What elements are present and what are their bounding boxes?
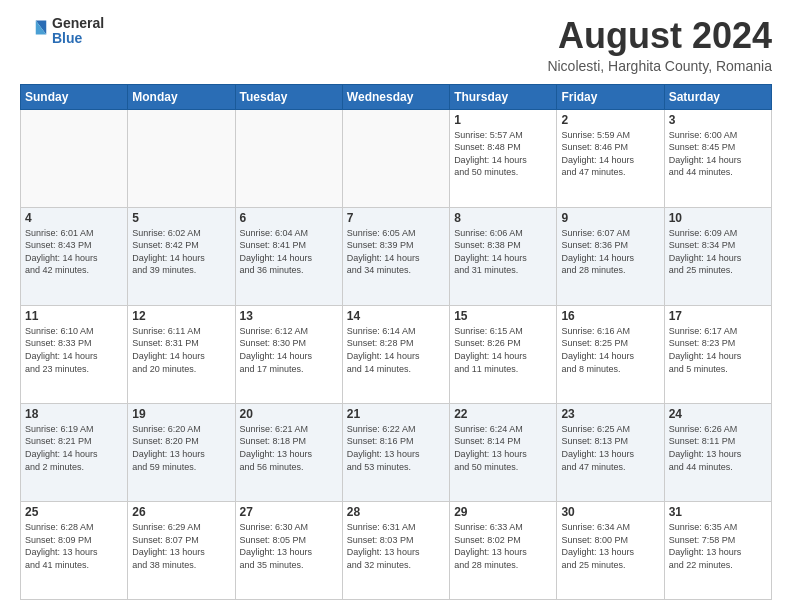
calendar-day-cell: 20Sunrise: 6:21 AM Sunset: 8:18 PM Dayli… — [235, 403, 342, 501]
day-info: Sunrise: 5:59 AM Sunset: 8:46 PM Dayligh… — [561, 129, 659, 179]
calendar-day-cell: 16Sunrise: 6:16 AM Sunset: 8:25 PM Dayli… — [557, 305, 664, 403]
logo: General Blue — [20, 16, 104, 47]
header: General Blue August 2024 Nicolesti, Harg… — [20, 16, 772, 74]
calendar-day-cell: 29Sunrise: 6:33 AM Sunset: 8:02 PM Dayli… — [450, 501, 557, 599]
day-number: 14 — [347, 309, 445, 323]
calendar-day-cell: 11Sunrise: 6:10 AM Sunset: 8:33 PM Dayli… — [21, 305, 128, 403]
calendar-day-cell: 8Sunrise: 6:06 AM Sunset: 8:38 PM Daylig… — [450, 207, 557, 305]
logo-general-text: General — [52, 16, 104, 31]
calendar-day-cell: 9Sunrise: 6:07 AM Sunset: 8:36 PM Daylig… — [557, 207, 664, 305]
calendar-day-cell: 6Sunrise: 6:04 AM Sunset: 8:41 PM Daylig… — [235, 207, 342, 305]
calendar-day-cell: 26Sunrise: 6:29 AM Sunset: 8:07 PM Dayli… — [128, 501, 235, 599]
calendar-day-cell: 5Sunrise: 6:02 AM Sunset: 8:42 PM Daylig… — [128, 207, 235, 305]
calendar-day-cell: 18Sunrise: 6:19 AM Sunset: 8:21 PM Dayli… — [21, 403, 128, 501]
day-info: Sunrise: 6:16 AM Sunset: 8:25 PM Dayligh… — [561, 325, 659, 375]
day-info: Sunrise: 6:31 AM Sunset: 8:03 PM Dayligh… — [347, 521, 445, 571]
calendar-week-row: 11Sunrise: 6:10 AM Sunset: 8:33 PM Dayli… — [21, 305, 772, 403]
day-number: 7 — [347, 211, 445, 225]
calendar-day-cell — [21, 109, 128, 207]
main-title: August 2024 — [547, 16, 772, 56]
day-info: Sunrise: 5:57 AM Sunset: 8:48 PM Dayligh… — [454, 129, 552, 179]
day-info: Sunrise: 6:35 AM Sunset: 7:58 PM Dayligh… — [669, 521, 767, 571]
day-info: Sunrise: 6:14 AM Sunset: 8:28 PM Dayligh… — [347, 325, 445, 375]
calendar-week-row: 25Sunrise: 6:28 AM Sunset: 8:09 PM Dayli… — [21, 501, 772, 599]
day-number: 16 — [561, 309, 659, 323]
day-info: Sunrise: 6:01 AM Sunset: 8:43 PM Dayligh… — [25, 227, 123, 277]
weekday-header: Thursday — [450, 84, 557, 109]
weekday-header: Monday — [128, 84, 235, 109]
day-info: Sunrise: 6:07 AM Sunset: 8:36 PM Dayligh… — [561, 227, 659, 277]
day-info: Sunrise: 6:00 AM Sunset: 8:45 PM Dayligh… — [669, 129, 767, 179]
calendar-day-cell: 12Sunrise: 6:11 AM Sunset: 8:31 PM Dayli… — [128, 305, 235, 403]
day-info: Sunrise: 6:20 AM Sunset: 8:20 PM Dayligh… — [132, 423, 230, 473]
day-number: 11 — [25, 309, 123, 323]
day-info: Sunrise: 6:22 AM Sunset: 8:16 PM Dayligh… — [347, 423, 445, 473]
day-number: 30 — [561, 505, 659, 519]
day-number: 9 — [561, 211, 659, 225]
day-number: 8 — [454, 211, 552, 225]
calendar-day-cell: 23Sunrise: 6:25 AM Sunset: 8:13 PM Dayli… — [557, 403, 664, 501]
title-block: August 2024 Nicolesti, Harghita County, … — [547, 16, 772, 74]
calendar-week-row: 1Sunrise: 5:57 AM Sunset: 8:48 PM Daylig… — [21, 109, 772, 207]
weekday-header: Wednesday — [342, 84, 449, 109]
calendar-day-cell — [235, 109, 342, 207]
day-number: 5 — [132, 211, 230, 225]
day-number: 27 — [240, 505, 338, 519]
calendar-day-cell: 14Sunrise: 6:14 AM Sunset: 8:28 PM Dayli… — [342, 305, 449, 403]
day-info: Sunrise: 6:34 AM Sunset: 8:00 PM Dayligh… — [561, 521, 659, 571]
day-info: Sunrise: 6:02 AM Sunset: 8:42 PM Dayligh… — [132, 227, 230, 277]
calendar-day-cell: 2Sunrise: 5:59 AM Sunset: 8:46 PM Daylig… — [557, 109, 664, 207]
calendar-day-cell: 13Sunrise: 6:12 AM Sunset: 8:30 PM Dayli… — [235, 305, 342, 403]
day-info: Sunrise: 6:33 AM Sunset: 8:02 PM Dayligh… — [454, 521, 552, 571]
calendar-day-cell: 3Sunrise: 6:00 AM Sunset: 8:45 PM Daylig… — [664, 109, 771, 207]
day-number: 23 — [561, 407, 659, 421]
weekday-header: Tuesday — [235, 84, 342, 109]
day-number: 20 — [240, 407, 338, 421]
calendar-day-cell: 19Sunrise: 6:20 AM Sunset: 8:20 PM Dayli… — [128, 403, 235, 501]
day-info: Sunrise: 6:17 AM Sunset: 8:23 PM Dayligh… — [669, 325, 767, 375]
calendar-day-cell: 25Sunrise: 6:28 AM Sunset: 8:09 PM Dayli… — [21, 501, 128, 599]
day-info: Sunrise: 6:15 AM Sunset: 8:26 PM Dayligh… — [454, 325, 552, 375]
day-number: 3 — [669, 113, 767, 127]
subtitle: Nicolesti, Harghita County, Romania — [547, 58, 772, 74]
calendar-day-cell — [128, 109, 235, 207]
day-number: 28 — [347, 505, 445, 519]
day-number: 10 — [669, 211, 767, 225]
logo-text: General Blue — [52, 16, 104, 47]
calendar-header-row: SundayMondayTuesdayWednesdayThursdayFrid… — [21, 84, 772, 109]
weekday-header: Saturday — [664, 84, 771, 109]
weekday-header: Sunday — [21, 84, 128, 109]
day-number: 13 — [240, 309, 338, 323]
day-info: Sunrise: 6:06 AM Sunset: 8:38 PM Dayligh… — [454, 227, 552, 277]
day-info: Sunrise: 6:21 AM Sunset: 8:18 PM Dayligh… — [240, 423, 338, 473]
calendar-day-cell: 21Sunrise: 6:22 AM Sunset: 8:16 PM Dayli… — [342, 403, 449, 501]
calendar-week-row: 4Sunrise: 6:01 AM Sunset: 8:43 PM Daylig… — [21, 207, 772, 305]
calendar-day-cell: 24Sunrise: 6:26 AM Sunset: 8:11 PM Dayli… — [664, 403, 771, 501]
calendar-day-cell: 22Sunrise: 6:24 AM Sunset: 8:14 PM Dayli… — [450, 403, 557, 501]
calendar-day-cell: 30Sunrise: 6:34 AM Sunset: 8:00 PM Dayli… — [557, 501, 664, 599]
calendar-day-cell — [342, 109, 449, 207]
day-info: Sunrise: 6:24 AM Sunset: 8:14 PM Dayligh… — [454, 423, 552, 473]
logo-blue-text: Blue — [52, 31, 104, 46]
calendar-day-cell: 7Sunrise: 6:05 AM Sunset: 8:39 PM Daylig… — [342, 207, 449, 305]
calendar-day-cell: 1Sunrise: 5:57 AM Sunset: 8:48 PM Daylig… — [450, 109, 557, 207]
day-info: Sunrise: 6:05 AM Sunset: 8:39 PM Dayligh… — [347, 227, 445, 277]
day-info: Sunrise: 6:30 AM Sunset: 8:05 PM Dayligh… — [240, 521, 338, 571]
calendar-day-cell: 17Sunrise: 6:17 AM Sunset: 8:23 PM Dayli… — [664, 305, 771, 403]
day-number: 2 — [561, 113, 659, 127]
day-info: Sunrise: 6:26 AM Sunset: 8:11 PM Dayligh… — [669, 423, 767, 473]
day-number: 6 — [240, 211, 338, 225]
day-info: Sunrise: 6:29 AM Sunset: 8:07 PM Dayligh… — [132, 521, 230, 571]
calendar-day-cell: 15Sunrise: 6:15 AM Sunset: 8:26 PM Dayli… — [450, 305, 557, 403]
day-info: Sunrise: 6:12 AM Sunset: 8:30 PM Dayligh… — [240, 325, 338, 375]
day-number: 24 — [669, 407, 767, 421]
day-info: Sunrise: 6:11 AM Sunset: 8:31 PM Dayligh… — [132, 325, 230, 375]
day-number: 18 — [25, 407, 123, 421]
calendar-day-cell: 4Sunrise: 6:01 AM Sunset: 8:43 PM Daylig… — [21, 207, 128, 305]
day-number: 17 — [669, 309, 767, 323]
day-number: 29 — [454, 505, 552, 519]
day-number: 12 — [132, 309, 230, 323]
day-number: 22 — [454, 407, 552, 421]
calendar-day-cell: 10Sunrise: 6:09 AM Sunset: 8:34 PM Dayli… — [664, 207, 771, 305]
calendar-week-row: 18Sunrise: 6:19 AM Sunset: 8:21 PM Dayli… — [21, 403, 772, 501]
